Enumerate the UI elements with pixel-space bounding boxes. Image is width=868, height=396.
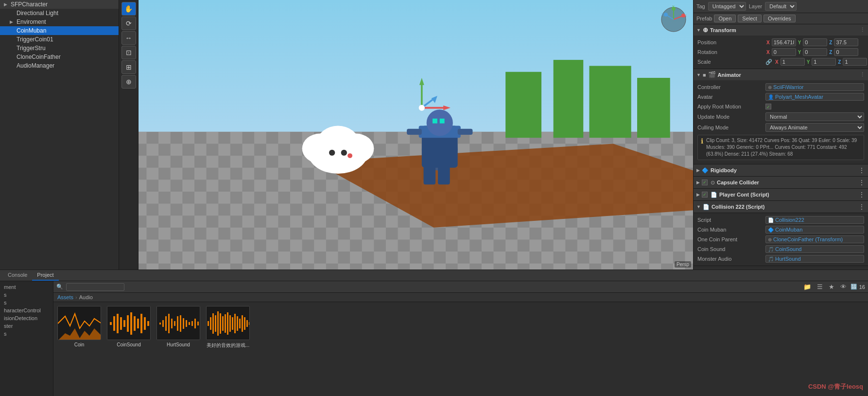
scale-y-input[interactable] — [812, 58, 836, 66]
rect-tool-btn[interactable]: ⊞ — [122, 60, 136, 74]
scale-z-label: Z — [837, 59, 842, 65]
animator-header[interactable]: ▼ ■ 🎬 Animator ⋮ — [694, 69, 868, 80]
capsule-icon: ⊙ — [711, 180, 715, 186]
rigidbody-header[interactable]: ▶ 🔷 Rigidbody ⋮ — [694, 164, 868, 177]
proj-sidebar-item[interactable]: s — [0, 299, 53, 306]
capsule-dots[interactable]: ⋮ — [858, 179, 865, 186]
pos-x-label: X — [765, 40, 771, 45]
player-cont-dots[interactable]: ⋮ — [858, 191, 865, 198]
folder-icon-btn[interactable]: 📁 — [801, 282, 813, 291]
collision222-header[interactable]: ▼ 📄 Collision 222 (Script) ⋮ — [694, 201, 868, 213]
open-button[interactable]: Open — [714, 15, 736, 22]
script-value[interactable]: 📄 Collision222 — [765, 216, 864, 224]
breadcrumb-assets[interactable]: Assets — [57, 294, 73, 300]
scene-view[interactable]: X Y Z Persp — [139, 0, 693, 270]
scale-x-input[interactable] — [781, 58, 805, 66]
svg-rect-66 — [174, 321, 175, 326]
avatar-value[interactable]: 👤 Polyart_MeshAvatar — [765, 93, 864, 101]
transform-header[interactable]: ▼ ⊕ Transform ⋮ — [694, 24, 868, 36]
apply-root-motion-label: Apply Root Motion — [697, 104, 765, 109]
animator-icon: 🎬 — [708, 71, 716, 78]
animator-dots[interactable]: ⋮ — [860, 72, 865, 78]
pos-y-input[interactable] — [803, 38, 827, 46]
scale-xyz: 🔗 X Y Z — [765, 58, 867, 66]
star-btn[interactable]: ★ — [827, 282, 836, 291]
transform-dots[interactable]: ⋮ — [860, 27, 865, 33]
transform-tool-btn[interactable]: ⊕ — [122, 75, 136, 89]
tab-project[interactable]: Project — [32, 270, 58, 281]
hierarchy-item-label: TriggerStru — [17, 45, 46, 52]
search-input[interactable] — [66, 283, 124, 291]
coin-sound-value[interactable]: 🎵 CoinSound — [765, 245, 864, 253]
svg-rect-77 — [210, 317, 211, 330]
pos-y-label: Y — [797, 40, 802, 45]
rotate-tool-btn[interactable]: ⟳ — [122, 17, 136, 30]
svg-point-43 — [672, 7, 676, 11]
eye-btn[interactable]: 👁 — [838, 282, 849, 291]
scale-x-label: X — [774, 59, 780, 65]
svg-rect-88 — [237, 316, 238, 331]
proj-sidebar-item[interactable]: s — [0, 330, 53, 338]
controller-value[interactable]: ⊕ SciiFiWarrior — [765, 83, 864, 91]
rot-x-input[interactable] — [772, 48, 796, 56]
capsule-collider-header[interactable]: ▶ ✓ ⊙ Capsule Collider ⋮ — [694, 177, 868, 189]
hand-tool-btn[interactable]: ✋ — [122, 2, 136, 16]
asset-item-coin[interactable]: Coin — [57, 306, 101, 349]
pos-z-input[interactable] — [834, 38, 858, 46]
filter-btn[interactable]: ☰ — [815, 282, 825, 291]
coin-muban-value[interactable]: 🔷 CoinMuban — [765, 226, 864, 234]
asset-item-beauty[interactable]: 美好的音效的游戏... — [206, 306, 250, 349]
rot-y-input[interactable] — [803, 48, 827, 56]
asset-item-coinsound[interactable]: CoinSound — [107, 306, 151, 349]
animator-checkbox[interactable]: ■ — [703, 72, 706, 78]
move-tool-btn[interactable]: ↔ — [122, 31, 136, 45]
proj-sidebar-item[interactable]: ment — [0, 283, 53, 291]
capsule-checkbox[interactable]: ✓ — [702, 180, 708, 185]
avatar-icon: 👤 — [768, 94, 774, 100]
hierarchy-item-triggerstru[interactable]: TriggerStru — [0, 44, 119, 53]
collision222-dots[interactable]: ⋮ — [858, 203, 865, 211]
tag-dropdown[interactable]: Untagged — [708, 2, 746, 11]
proj-sidebar-item[interactable]: ster — [0, 322, 53, 330]
hierarchy-item-sfpcharacter[interactable]: ▶SFPCharacter — [0, 0, 119, 9]
apply-root-motion-checkbox[interactable]: ✓ — [765, 104, 771, 109]
proj-sidebar-item[interactable]: isionDetection — [0, 314, 53, 322]
one-coin-parent-value[interactable]: ⊕ CloneCoinFather (Transform) — [765, 235, 864, 243]
svg-point-26 — [341, 150, 347, 156]
hierarchy-item-clonecoinfather[interactable]: CloneCoinFather — [0, 53, 119, 61]
one-coin-parent-row: One Coin Parent ⊕ CloneCoinFather (Trans… — [694, 234, 868, 244]
pos-x-input[interactable] — [772, 38, 796, 46]
layer-dropdown[interactable]: Default — [765, 2, 797, 11]
proj-sidebar-item[interactable]: haracterControl — [0, 306, 53, 314]
script-text: Collision222 — [775, 217, 804, 223]
hierarchy-item-triggercoin01[interactable]: TriggerCoin01 — [0, 35, 119, 44]
svg-rect-49 — [113, 316, 115, 331]
hierarchy-item-enviroment[interactable]: ▶Enviroment — [0, 18, 119, 26]
svg-rect-91 — [244, 317, 245, 330]
hierarchy-item-audiomanager[interactable]: AudioManager — [0, 61, 119, 70]
hierarchy-item-directional-light[interactable]: Directional Light — [0, 9, 119, 18]
rigidbody-dots[interactable]: ⋮ — [858, 166, 865, 174]
asset-item-hurtsound[interactable]: HurtSound — [156, 306, 200, 349]
capsule-arrow: ▶ — [696, 180, 700, 185]
overrides-button[interactable]: Overrides — [764, 15, 796, 22]
monster-audio-value[interactable]: 🎵 HurtSound — [765, 255, 864, 263]
prefab-label: Prefab — [696, 16, 712, 21]
svg-rect-63 — [165, 316, 167, 331]
svg-rect-59 — [147, 321, 149, 326]
rot-z-input[interactable] — [834, 48, 858, 56]
scale-tool-btn[interactable]: ⊡ — [122, 46, 136, 59]
hierarchy-item-label: CoinMuban — [17, 27, 46, 34]
project-main: 🔍 📁 ☰ ★ 👁 🔢 16 Assets › Audio — [53, 281, 868, 396]
hierarchy-item-label: Enviroment — [17, 18, 46, 25]
culling-mode-dropdown[interactable]: Always Animate — [765, 123, 864, 132]
monster-audio-label: Monster Audio — [697, 256, 765, 262]
hierarchy-item-coinmuban[interactable]: CoinMuban — [0, 26, 119, 35]
select-button[interactable]: Select — [738, 15, 762, 22]
player-cont-header[interactable]: ▶ ✓ 📄 Player Cont (Script) ⋮ — [694, 189, 868, 201]
player-cont-checkbox[interactable]: ✓ — [702, 192, 708, 198]
tab-console[interactable]: Console — [3, 270, 32, 281]
scale-z-input[interactable] — [843, 58, 867, 66]
update-mode-dropdown[interactable]: Normal — [765, 112, 864, 121]
proj-sidebar-item[interactable]: s — [0, 291, 53, 299]
